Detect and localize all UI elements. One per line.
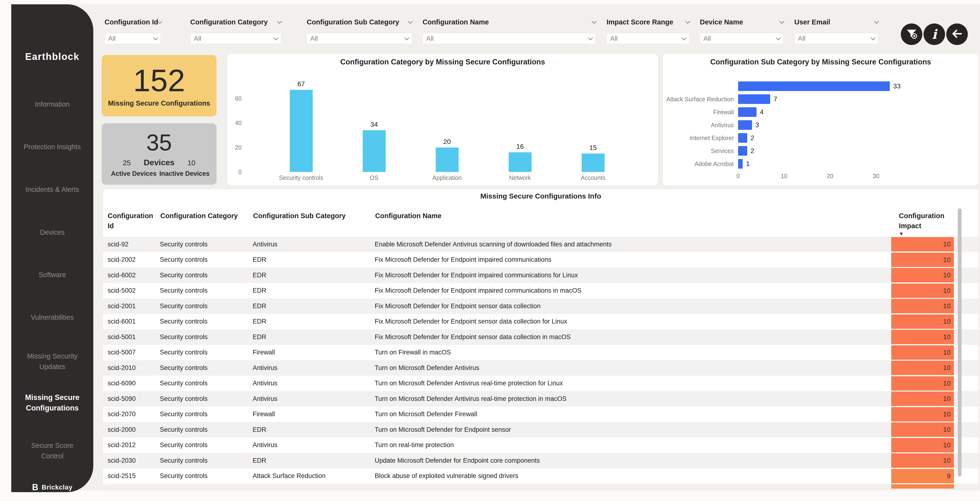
filter-configuration-name: Configuration NameAll xyxy=(423,17,596,44)
clear-filters-button[interactable] xyxy=(901,24,922,45)
hbar-services[interactable] xyxy=(738,146,747,156)
filter-value: All xyxy=(194,35,201,42)
cell-configuration-category: Security controls xyxy=(160,441,253,449)
filter-header-device-name[interactable]: Device Name xyxy=(700,17,784,27)
cell-configuration-id: scid-2515 xyxy=(108,472,160,480)
table-row[interactable]: scid-6001Security controlsEDRFix Microso… xyxy=(103,314,978,330)
hbar-adobe-acrobat[interactable] xyxy=(738,159,743,169)
sidebar-item-secure-score-control[interactable]: Secure Score Control xyxy=(11,440,93,461)
cell-configuration-impact: 10 xyxy=(891,392,954,406)
sidebar-item-software[interactable]: Software xyxy=(11,270,93,280)
sidebar-item-information[interactable]: Information xyxy=(11,99,93,109)
table-row[interactable]: scid-2002Security controlsEDRFix Microso… xyxy=(103,252,978,268)
filter-value: All xyxy=(798,35,805,42)
filter-header-configuration-id[interactable]: Configuration Id xyxy=(105,17,161,27)
filter-value: All xyxy=(610,35,617,42)
column-header-configuration-name[interactable]: Configuration Name xyxy=(375,211,892,221)
bar-value-label: 20 xyxy=(443,138,451,145)
brickclay-logo-text: Brickclay xyxy=(41,484,73,491)
hbar-category-label: Antivirus xyxy=(663,122,738,129)
bar-application[interactable] xyxy=(436,148,459,172)
hbar-value-label: 1 xyxy=(746,160,750,168)
filter-dropdown-configuration-id[interactable]: All xyxy=(105,33,161,44)
cell-configuration-category: Security controls xyxy=(160,303,253,310)
column-header-configuration-impact[interactable]: Configuration Impact▼ xyxy=(892,211,955,236)
table-row[interactable]: scid-5007Security controlsFirewallTurn o… xyxy=(103,345,978,361)
column-header-configuration-id[interactable]: Configuration Id xyxy=(108,211,160,231)
bar-network[interactable] xyxy=(509,152,531,172)
sidebar-item-missing-secure-configurations[interactable]: Missing Secure Configurations xyxy=(11,392,93,413)
filter-header-impact-score-range[interactable]: Impact Score Range xyxy=(606,17,689,27)
table-row[interactable]: scid-6090Security controlsAntivirusTurn … xyxy=(103,376,978,391)
table-row[interactable]: scid-2070Security controlsFirewallTurn o… xyxy=(103,407,978,422)
back-button[interactable] xyxy=(946,24,968,45)
hbar-category-label: Services xyxy=(663,148,738,155)
filter-header-configuration-name[interactable]: Configuration Name xyxy=(423,17,596,27)
cell-configuration-category: Security controls xyxy=(160,488,253,488)
cell-configuration-category: Security controls xyxy=(160,333,253,341)
hbar-attack-surface-reduction[interactable] xyxy=(738,94,770,104)
sidebar-item-devices[interactable]: Devices xyxy=(11,227,93,238)
cell-configuration-impact: 10 xyxy=(891,345,954,360)
filter-dropdown-user-email[interactable]: All xyxy=(794,33,878,44)
hbar-category-label: Adobe Acrobat xyxy=(663,160,738,168)
hbar-firewall[interactable] xyxy=(738,107,757,117)
column-header-configuration-sub-category[interactable]: Configuration Sub Category xyxy=(253,211,375,221)
hbar-value-label: 7 xyxy=(773,95,777,103)
table-row[interactable]: scid-6002Security controlsEDRFix Microso… xyxy=(103,268,978,283)
cell-configuration-sub-category: EDR xyxy=(253,318,375,325)
hbar-internet-explorer[interactable] xyxy=(738,133,747,143)
table-row[interactable]: scid-2010Security controlsAntivirusTurn … xyxy=(103,360,978,376)
filter-header-user-email[interactable]: User Email xyxy=(794,17,878,27)
table-row[interactable]: scid-2001Security controlsEDRFix Microso… xyxy=(103,298,978,314)
hbar-antivirus[interactable] xyxy=(738,120,752,130)
bar-group-security-controls: 67 xyxy=(265,80,337,172)
filter-value: All xyxy=(703,35,711,42)
filter-header-configuration-category[interactable]: Configuration Category xyxy=(190,17,281,27)
filter-dropdown-impact-score-range[interactable]: All xyxy=(606,33,689,44)
bar-security-controls[interactable] xyxy=(290,90,313,172)
table-scrollbar[interactable] xyxy=(958,208,962,477)
table-row[interactable]: scid-2012Security controlsAntivirusTurn … xyxy=(103,437,978,453)
cell-configuration-impact: 10 xyxy=(891,268,954,282)
table-row[interactable]: scid-5001Security controlsEDRFix Microso… xyxy=(103,329,978,345)
sidebar-item-vulnerabilities[interactable]: Vulnerabilities xyxy=(11,312,93,322)
table-row[interactable]: scid-5002Security controlsEDRFix Microso… xyxy=(103,283,978,298)
table-row[interactable]: scid-2030Security controlsEDRUpdate Micr… xyxy=(103,453,978,468)
chevron-down-icon xyxy=(871,35,875,40)
info-button[interactable]: i xyxy=(924,24,945,45)
filter-dropdown-configuration-sub-category[interactable]: All xyxy=(307,33,412,44)
cell-configuration-name: Turn on real-time protection xyxy=(375,441,891,449)
table-row[interactable]: scid-2540Security controlsAttack Surface… xyxy=(103,484,978,488)
cell-configuration-sub-category: EDR xyxy=(253,426,375,434)
column-header-configuration-category[interactable]: Configuration Category xyxy=(160,211,253,221)
table-row[interactable]: scid-2000Security controlsEDRTurn on Mic… xyxy=(103,422,978,437)
cell-configuration-impact: 9 xyxy=(891,469,954,483)
filter-configuration-category: Configuration CategoryAll xyxy=(190,17,281,44)
sidebar-item-missing-security-updates[interactable]: Missing Security Updates xyxy=(11,351,93,372)
cell-configuration-sub-category: Attack Surface Reduction xyxy=(253,472,375,480)
x-axis-tick: 0 xyxy=(729,173,748,180)
bar-value-label: 15 xyxy=(589,144,597,152)
cell-configuration-name: Turn on Microsoft Defender Antivirus xyxy=(375,364,891,372)
filter-label: Configuration Sub Category xyxy=(307,18,399,26)
bar-os[interactable] xyxy=(363,130,386,172)
chevron-down-icon xyxy=(874,19,879,24)
filter-dropdown-configuration-category[interactable]: All xyxy=(190,33,281,44)
sidebar-item-protection-insights[interactable]: Protection Insights xyxy=(11,142,93,152)
cell-configuration-id: scid-5007 xyxy=(108,349,160,356)
cell-configuration-category: Security controls xyxy=(160,256,253,263)
column-chart-title: Configuration Category by Missing Secure… xyxy=(227,58,658,66)
table-row[interactable]: scid-92Security controlsAntivirusEnable … xyxy=(103,237,978,252)
filter-label: User Email xyxy=(794,18,830,26)
table-row[interactable]: scid-5090Security controlsAntivirusTurn … xyxy=(103,391,978,407)
hbar-blank[interactable] xyxy=(738,81,890,91)
filter-header-configuration-sub-category[interactable]: Configuration Sub Category xyxy=(307,17,412,27)
filter-dropdown-device-name[interactable]: All xyxy=(700,33,784,44)
hbar-value-label: 3 xyxy=(755,121,759,129)
filter-dropdown-configuration-name[interactable]: All xyxy=(423,33,596,44)
subcategory-bar-chart: Configuration Sub Category by Missing Se… xyxy=(663,54,978,186)
bar-accounts[interactable] xyxy=(582,153,605,172)
table-row[interactable]: scid-2515Security controlsAttack Surface… xyxy=(103,468,978,484)
sidebar-item-incidents-alerts[interactable]: Incidents & Alerts xyxy=(11,184,93,195)
